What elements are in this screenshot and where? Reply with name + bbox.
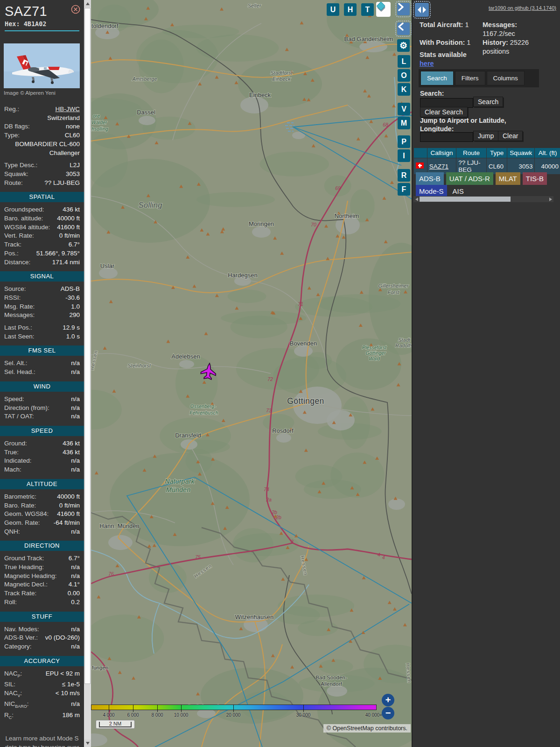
detail-row: Baro. Rate:0 ft/min	[0, 501, 84, 510]
panel-toggle-button[interactable]	[415, 3, 429, 17]
search-button[interactable]: Search	[473, 97, 503, 107]
osm-attribution[interactable]: © OpenStreetMap contributors.	[323, 724, 411, 733]
map-canvas[interactable]: StadtoldendorfSelterBad GandersheimAmtsb…	[91, 0, 412, 747]
altitude-tick-label: 4 000	[103, 712, 114, 718]
altitude-tick-label: 30 000	[296, 712, 311, 718]
scroll-right-icon[interactable]	[547, 196, 553, 202]
column-header[interactable]: Squawk	[507, 148, 535, 158]
layers-button[interactable]	[376, 2, 391, 17]
close-icon[interactable]	[71, 5, 80, 14]
callsign-link[interactable]: SAZ71	[429, 163, 448, 170]
map-button-u[interactable]: U	[327, 3, 339, 16]
detail-sections: SPATIALGroundspeed:436 ktBaro. altitude:…	[0, 192, 84, 722]
source-badge-tis-b: TIS-B	[523, 172, 547, 185]
registration-link[interactable]: HB-JWC	[56, 106, 80, 113]
svg-text:Rosdorf: Rosdorf	[272, 427, 294, 434]
section-header: DIRECTION	[0, 541, 84, 551]
stats-here-link[interactable]: here	[420, 60, 434, 67]
horizontal-scrollbar[interactable]	[413, 196, 553, 202]
tab-filters[interactable]: Filters	[455, 71, 485, 85]
source-badge-mode-s: Mode-S	[416, 185, 447, 197]
scroll-down-icon[interactable]	[84, 740, 91, 747]
map-button-m[interactable]: M	[398, 117, 410, 129]
hscroll-thumb[interactable]	[420, 197, 511, 202]
svg-text:Dassel: Dassel	[137, 109, 155, 116]
svg-text:70: 70	[311, 222, 316, 227]
source-legend: ADS-BUAT / ADS-RMLATTIS-BMode-SAIS	[416, 172, 556, 197]
gear-icon: ⚙	[399, 40, 407, 51]
clear-search-button[interactable]: Clear Search	[420, 107, 468, 117]
settings-button[interactable]: ⚙	[397, 39, 410, 52]
svg-text:Wald: Wald	[369, 356, 380, 361]
map-button-f[interactable]: F	[398, 183, 410, 196]
map-button-t[interactable]: T	[361, 3, 374, 16]
altitude-tick-label: 10 000	[174, 712, 189, 718]
detail-row: RSSI:-30.6	[0, 294, 84, 303]
collapse-left-button[interactable]	[397, 22, 410, 35]
svg-text:2a: 2a	[266, 497, 272, 502]
mode-s-hint: Learn more about Mode S data type by hov…	[0, 722, 84, 747]
detail-row: Vert. Rate:0 ft/min	[0, 232, 84, 240]
map-button-p[interactable]: P	[398, 135, 410, 148]
map-button-h[interactable]: H	[344, 3, 357, 16]
detail-row: Type:CL60	[0, 131, 84, 140]
photo-credit: Image © Alperen Yeni	[0, 88, 84, 96]
detail-row: QNH:n/a	[0, 528, 84, 536]
detail-row: RC:186 m	[0, 711, 84, 722]
section-header: WIND	[0, 381, 84, 392]
svg-text:Stadtforst: Stadtforst	[270, 70, 293, 76]
svg-text:72: 72	[267, 376, 273, 382]
tar1090-github-link[interactable]: tar1090 on github (3.14.1740)	[489, 5, 556, 11]
tab-search[interactable]: Search	[420, 71, 454, 85]
map-button-o[interactable]: O	[398, 69, 410, 82]
scroll-left-icon[interactable]	[413, 196, 420, 202]
svg-text:Bovenden: Bovenden	[290, 340, 317, 347]
map-button-r[interactable]: R	[398, 169, 410, 182]
zoom-in-button[interactable]: +	[382, 694, 394, 706]
sidebar-scrollbar[interactable]	[84, 0, 91, 747]
swiss-flag-icon	[416, 162, 424, 169]
column-header[interactable]	[414, 148, 427, 158]
zoom-out-button[interactable]: −	[382, 707, 394, 719]
scrollbar-thumb[interactable]	[84, 8, 91, 684]
svg-text:Uslar: Uslar	[100, 262, 115, 269]
jump-button[interactable]: Jump	[473, 131, 498, 141]
svg-text:Stadtoldendorf: Stadtoldendorf	[91, 22, 119, 29]
layers-icon	[376, 2, 386, 12]
hex-code: Hex: 4B1A02	[5, 20, 79, 28]
map-button-i[interactable]: I	[398, 149, 410, 162]
svg-text:75: 75	[195, 554, 201, 560]
svg-text:Hessen: Hessen	[91, 350, 98, 371]
map-button-k[interactable]: K	[398, 83, 410, 96]
scroll-up-icon[interactable]	[84, 0, 91, 7]
aircraft-list-panel: tar1090 on github (3.14.1740) Total Airc…	[412, 0, 560, 747]
expand-right-button[interactable]	[397, 3, 410, 15]
source-badge-uat-ads-r: UAT / ADS-R	[446, 172, 493, 185]
altitude-tick-label: 6 000	[127, 712, 139, 718]
detail-header: SAZ71 Hex: 4B1A02	[0, 0, 84, 31]
svg-text:Göttingen: Göttingen	[287, 396, 324, 406]
detail-row: Sel. Head.:n/a	[0, 368, 84, 377]
column-header[interactable]: Type	[486, 148, 507, 158]
detail-row: Distance:171.4 nmi	[0, 258, 84, 267]
source-badge-mlat: MLAT	[496, 172, 520, 185]
detail-row: Msg. Rate:1.0	[0, 303, 84, 311]
search-input[interactable]	[420, 98, 473, 108]
jump-clear-button[interactable]: Clear	[498, 131, 523, 141]
detail-row: NACP:EPU < 92 m	[0, 669, 84, 680]
map-button-l[interactable]: L	[398, 55, 410, 68]
svg-text:Göttinger: Göttinger	[365, 350, 386, 356]
jump-input[interactable]	[420, 132, 473, 142]
column-header[interactable]: Callsign	[427, 148, 456, 158]
svg-text:Steinhorst: Steinhorst	[127, 363, 151, 368]
detail-row: Geom. Rate:-64 ft/min	[0, 519, 84, 528]
tab-columns[interactable]: Columns	[487, 71, 525, 85]
detail-row: Category:n/a	[0, 642, 84, 651]
column-header[interactable]: Alt. (ft)	[535, 148, 560, 158]
svg-text:Münden: Münden	[166, 486, 190, 493]
aircraft-table: CallsignRouteTypeSquawkAlt. (ft) SAZ71??…	[413, 148, 560, 175]
map-button-v[interactable]: V	[398, 103, 410, 115]
aircraft-detail-panel: SAZ71 Hex: 4B1A02 Image © Alperen Yeni R…	[0, 0, 84, 747]
svg-text:Forst: Forst	[387, 289, 399, 295]
column-header[interactable]: Route	[456, 148, 487, 158]
